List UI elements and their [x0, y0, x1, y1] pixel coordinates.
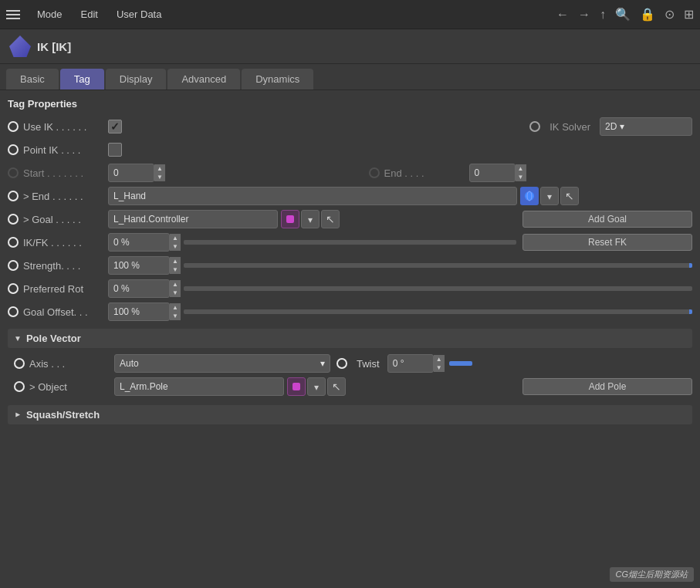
end-spinner[interactable]: ▲ ▼ — [516, 164, 526, 181]
goal-radio[interactable] — [8, 214, 19, 225]
goal-row: > Goal . . . . . L_Hand.Controller ↖ Add… — [8, 208, 692, 230]
axis-dropdown[interactable]: Auto — [114, 354, 330, 373]
end-obj-value: L_Hand — [113, 191, 146, 201]
end-obj-radio[interactable] — [8, 191, 19, 201]
squash-stretch-label: Squash/Stretch — [26, 409, 100, 421]
watermark: CG烟尘后期资源站 — [610, 567, 695, 582]
preferred-rot-slider[interactable] — [184, 286, 692, 291]
squash-stretch-header[interactable]: ▼ Squash/Stretch — [8, 405, 692, 424]
twist-spinner[interactable]: ▲ ▼ — [434, 355, 445, 372]
ik-fk-spinner[interactable]: ▲ ▼ — [170, 234, 181, 251]
start-spin-down[interactable]: ▼ — [154, 173, 165, 181]
preferred-rot-spinner[interactable]: ▲ ▼ — [170, 280, 181, 297]
strength-spinner[interactable]: ▲ ▼ — [170, 257, 181, 274]
preferred-rot-input[interactable] — [108, 279, 170, 298]
twist-spin-up[interactable]: ▲ — [434, 355, 445, 363]
tab-display[interactable]: Display — [106, 69, 167, 90]
menu-edit[interactable]: Edit — [73, 5, 106, 23]
ik-fk-slider[interactable] — [184, 240, 516, 245]
tab-tag[interactable]: Tag — [60, 69, 104, 90]
tab-advanced[interactable]: Advanced — [167, 69, 240, 90]
axis-radio[interactable] — [14, 358, 25, 369]
strength-input[interactable] — [108, 256, 170, 275]
ik-fk-spin-down[interactable]: ▼ — [170, 242, 181, 251]
strength-spin-down[interactable]: ▼ — [170, 265, 181, 274]
end-obj-field[interactable]: L_Hand — [108, 187, 517, 205]
goal-select-icon[interactable]: ↖ — [321, 210, 340, 228]
menu-mode[interactable]: Mode — [29, 5, 70, 23]
use-ik-radio[interactable] — [8, 121, 19, 132]
use-ik-checkbox[interactable] — [108, 120, 122, 133]
twist-input[interactable] — [387, 354, 434, 373]
pole-object-radio[interactable] — [14, 381, 25, 392]
main-content: Tag Properties Use IK . . . . . . IK Sol… — [0, 90, 700, 434]
strength-slider[interactable] — [184, 263, 692, 268]
svg-point-0 — [525, 191, 534, 201]
start-spin-up[interactable]: ▲ — [154, 164, 165, 173]
pole-object-field[interactable]: L_Arm.Pole — [114, 377, 284, 396]
strength-radio[interactable] — [8, 260, 19, 271]
axis-label: Axis . . . — [29, 358, 114, 370]
axis-value: Auto — [120, 358, 139, 369]
goal-offset-slider[interactable] — [184, 309, 692, 314]
forward-icon[interactable]: → — [578, 8, 590, 22]
pole-obj-pink-icon[interactable] — [287, 377, 306, 396]
preferred-rot-radio[interactable] — [8, 283, 19, 294]
hamburger-menu[interactable] — [6, 10, 20, 19]
end-spin-down[interactable]: ▼ — [516, 173, 526, 181]
end-col: End . . . . ▲ ▼ — [369, 164, 693, 182]
start-radio[interactable] — [8, 167, 19, 178]
goal-field[interactable]: L_Hand.Controller — [108, 210, 278, 228]
ik-solver-radio[interactable] — [529, 121, 540, 132]
strength-spin-up[interactable]: ▲ — [170, 257, 181, 265]
ik-solver-dropdown[interactable]: 2D — [600, 117, 692, 136]
goal-offset-input[interactable] — [108, 302, 170, 321]
preferred-rot-spin-up[interactable]: ▲ — [170, 280, 181, 289]
goal-offset-spin-up[interactable]: ▲ — [170, 303, 181, 312]
start-end-row: Start . . . . . . . ▲ ▼ End . . . . ▲ ▼ — [8, 162, 692, 184]
twist-spin-down[interactable]: ▼ — [434, 363, 445, 372]
start-input[interactable] — [108, 164, 154, 182]
axis-twist-row: Axis . . . Auto Twist ▲ ▼ — [14, 353, 692, 374]
strength-slider-fill — [689, 263, 692, 268]
end-obj-sphere-icon[interactable] — [520, 187, 539, 205]
pole-vector-header[interactable]: ▼ Pole Vector — [8, 329, 692, 348]
back-icon[interactable]: ← — [556, 8, 569, 22]
pole-obj-expand-icon[interactable] — [307, 377, 326, 396]
menu-userdata[interactable]: User Data — [109, 5, 170, 23]
preferred-rot-spin-down[interactable]: ▼ — [170, 289, 181, 297]
goal-offset-spinner[interactable]: ▲ ▼ — [170, 303, 181, 320]
tab-dynamics[interactable]: Dynamics — [242, 69, 313, 90]
goal-offset-radio[interactable] — [8, 306, 19, 317]
search-icon[interactable]: 🔍 — [615, 7, 631, 22]
pole-vector-arrow: ▼ — [14, 334, 22, 343]
end-spin-up[interactable]: ▲ — [516, 164, 526, 173]
twist-slider[interactable] — [449, 361, 472, 366]
ik-fk-input[interactable] — [108, 233, 170, 252]
goal-expand-icon[interactable] — [301, 210, 320, 228]
point-ik-checkbox[interactable] — [108, 143, 122, 157]
tab-basic[interactable]: Basic — [6, 69, 59, 90]
end-input[interactable] — [469, 164, 516, 182]
record-icon[interactable]: ⊙ — [664, 7, 675, 22]
end-obj-select-icon[interactable]: ↖ — [560, 187, 579, 205]
reset-fk-button[interactable]: Reset FK — [522, 234, 692, 251]
up-icon[interactable]: ↑ — [600, 8, 606, 22]
ik-solver-value: 2D — [605, 121, 617, 132]
goal-offset-spin-down[interactable]: ▼ — [170, 312, 181, 320]
new-icon[interactable]: ⊞ — [684, 7, 694, 22]
lock-icon[interactable]: 🔒 — [640, 7, 655, 22]
add-pole-button[interactable]: Add Pole — [522, 378, 692, 395]
ik-fk-radio[interactable] — [8, 237, 19, 248]
point-ik-radio[interactable] — [8, 144, 19, 155]
add-goal-button[interactable]: Add Goal — [522, 211, 692, 228]
twist-radio[interactable] — [336, 358, 347, 369]
start-spinner[interactable]: ▲ ▼ — [154, 164, 165, 181]
end-radio[interactable] — [369, 167, 380, 178]
goal-pink-icon[interactable] — [281, 210, 299, 228]
end-obj-expand-icon[interactable] — [540, 187, 559, 205]
start-label: Start . . . . . . . — [23, 167, 108, 179]
ik-fk-spin-up[interactable]: ▲ — [170, 234, 181, 242]
pole-obj-select-icon[interactable]: ↖ — [327, 377, 346, 396]
pole-chevron-icon — [314, 380, 319, 393]
